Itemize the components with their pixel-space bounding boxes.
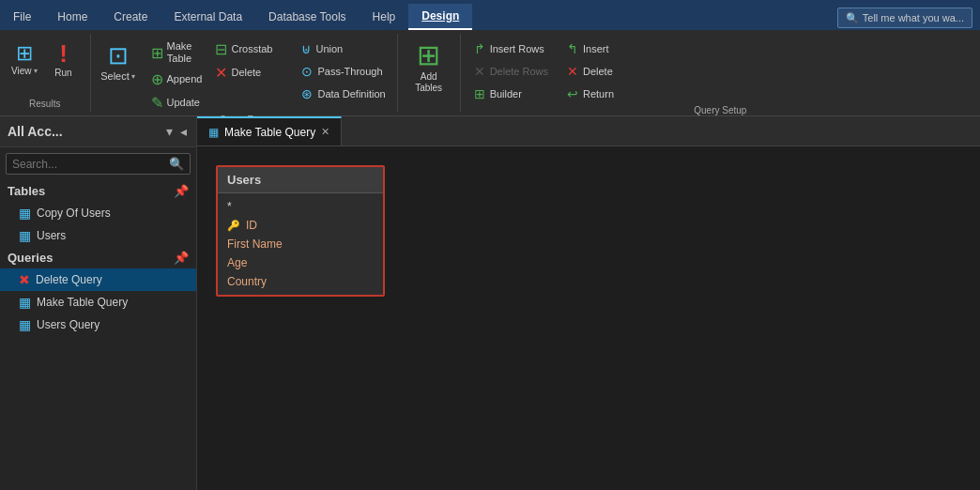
select-button[interactable]: ⊡ Select ▾	[95, 38, 142, 85]
tab-make-table-query[interactable]: ▦ Make Table Query ✕	[197, 116, 342, 145]
menu-create[interactable]: Create	[100, 4, 161, 30]
query-canvas[interactable]: Users * 🔑 ID First Name Age	[197, 146, 980, 490]
menu-help[interactable]: Help	[360, 4, 409, 30]
view-label: View	[11, 66, 32, 76]
main-area: All Acc... ▾ ◂ 🔍 Tables 📌 ▦ Copy Of User…	[0, 116, 980, 490]
menu-home[interactable]: Home	[44, 4, 100, 30]
sidebar-search-icon[interactable]: 🔍	[169, 157, 184, 171]
delete-label: Delete	[231, 67, 261, 79]
add-tables-label: AddTables	[415, 71, 442, 94]
insert-icon: ↰	[567, 41, 578, 56]
tab-bar: ▦ Make Table Query ✕	[197, 116, 980, 146]
add-tables-group-label	[404, 109, 454, 112]
field-age[interactable]: Age	[218, 253, 383, 272]
view-label-row: View ▾	[11, 66, 38, 76]
add-tables-icon: ⊞	[417, 41, 440, 69]
make-table-label: MakeTable	[167, 40, 192, 65]
union-label: Union	[315, 43, 343, 54]
sidebar-search[interactable]: 🔍	[6, 153, 191, 175]
menu-design[interactable]: Design	[408, 4, 472, 30]
sidebar-item-delete-query[interactable]: ✖ Delete Query	[0, 268, 196, 291]
view-arrow-icon: ▾	[34, 67, 38, 75]
return-icon: ↩	[567, 86, 578, 101]
ribbon-toolbar: ⊞ View ▾ ! Run Results ⊡	[0, 30, 980, 116]
make-table-button[interactable]: ⊞ MakeTable	[145, 38, 208, 68]
sidebar-collapse-icon[interactable]: ◂	[178, 122, 189, 141]
add-tables-button[interactable]: ⊞ AddTables	[404, 38, 454, 98]
queries-section-pin-icon[interactable]: 📌	[174, 251, 189, 265]
menu-bar: File Home Create External Data Database …	[0, 0, 980, 30]
pass-through-button[interactable]: ⊙ Pass-Through	[294, 61, 392, 82]
append-label: Append	[167, 73, 203, 85]
menu-external-data[interactable]: External Data	[161, 4, 255, 30]
sidebar-header: All Acc... ▾ ◂	[0, 116, 196, 147]
crosstab-button[interactable]: ⊟ Crosstab	[209, 38, 278, 61]
return-button[interactable]: ↩ Return	[559, 84, 621, 104]
pass-through-label: Pass-Through	[317, 66, 382, 77]
query-type-col1: ⊞ MakeTable ⊕ Append ✎ Update	[145, 38, 208, 115]
delete-col-button[interactable]: ✕ Delete	[559, 61, 621, 82]
update-icon: ✎	[151, 94, 163, 112]
append-button[interactable]: ⊕ Append	[145, 68, 208, 91]
field-country-label: Country	[227, 275, 267, 288]
menu-file[interactable]: File	[0, 4, 44, 30]
table-widget-body: * 🔑 ID First Name Age Country	[218, 193, 383, 295]
sidebar-dropdown-icon[interactable]: ▾	[164, 122, 175, 141]
builder-label: Builder	[490, 88, 522, 100]
tab-close-icon[interactable]: ✕	[321, 126, 329, 138]
sidebar-search-input[interactable]	[12, 158, 169, 171]
results-group-label: Results	[6, 99, 84, 112]
ribbon-group-results: ⊞ View ▾ ! Run Results	[0, 34, 91, 112]
delete-query-icon: ✖	[19, 272, 30, 287]
field-id[interactable]: 🔑 ID	[218, 216, 383, 235]
update-button[interactable]: ✎ Update	[145, 91, 208, 115]
insert-rows-icon: ↱	[474, 41, 485, 56]
delete-button[interactable]: ✕ Delete	[209, 61, 278, 84]
menu-database-tools[interactable]: Database Tools	[255, 4, 360, 30]
field-first-name[interactable]: First Name	[218, 235, 383, 253]
table-widget-header: Users	[218, 167, 383, 193]
make-table-query-icon: ▦	[19, 295, 31, 310]
ribbon-group-query-type: ⊡ Select ▾ ⊞ MakeTable ⊕	[91, 34, 398, 112]
field-key-icon: 🔑	[227, 220, 240, 232]
query-setup-content: ↱ Insert Rows ✕ Delete Rows ⊞ Builder	[467, 34, 974, 105]
sidebar-item-users[interactable]: ▦ Users	[0, 224, 196, 247]
sidebar-item-users-query[interactable]: ▦ Users Query	[0, 314, 196, 336]
sidebar-item-copy-of-users[interactable]: ▦ Copy Of Users	[0, 202, 196, 224]
view-icon: ⊞	[16, 41, 33, 66]
sidebar-title: All Acc...	[8, 124, 164, 139]
union-button[interactable]: ⊎ Union	[294, 38, 392, 59]
append-icon: ⊕	[151, 70, 163, 88]
query-type-col2: ⊟ Crosstab ✕ Delete	[209, 38, 278, 115]
insert-label: Insert	[583, 43, 609, 54]
query-type-buttons: ⊡ Select ▾ ⊞ MakeTable ⊕	[95, 34, 393, 115]
tab-label: Make Table Query	[224, 126, 315, 139]
run-button[interactable]: ! Run	[43, 38, 84, 83]
insert-rows-button[interactable]: ↱ Insert Rows	[467, 38, 556, 59]
field-all[interactable]: *	[218, 197, 383, 216]
builder-button[interactable]: ⊞ Builder	[467, 84, 556, 104]
crosstab-label: Crosstab	[231, 43, 272, 55]
queries-section-title: Queries	[8, 251, 53, 265]
delete-query-label: Delete Query	[36, 273, 189, 286]
insert-button[interactable]: ↰ Insert	[559, 38, 621, 59]
top-search-bar[interactable]: 🔍 Tell me what you wa...	[837, 8, 972, 28]
sidebar-header-icons: ▾ ◂	[164, 122, 189, 141]
view-button[interactable]: ⊞ View ▾	[6, 38, 43, 80]
select-icon: ⊡	[108, 41, 129, 70]
crosstab-icon: ⊟	[215, 40, 227, 58]
delete-icon: ✕	[215, 64, 227, 82]
content-area: ▦ Make Table Query ✕ Users * 🔑 ID	[197, 116, 980, 490]
query-setup-col2: ↰ Insert ✕ Delete ↩ Return	[559, 38, 621, 105]
data-definition-button[interactable]: ⊛ Data Definition	[294, 84, 392, 104]
delete-rows-icon: ✕	[474, 64, 485, 79]
run-label: Run	[54, 68, 71, 79]
copy-of-users-icon: ▦	[19, 206, 31, 221]
tables-section-pin-icon[interactable]: 📌	[174, 184, 189, 198]
field-country[interactable]: Country	[218, 272, 383, 291]
delete-col-icon: ✕	[567, 64, 578, 79]
data-definition-icon: ⊛	[301, 86, 313, 101]
delete-rows-button[interactable]: ✕ Delete Rows	[467, 61, 556, 82]
sidebar-item-make-table-query[interactable]: ▦ Make Table Query	[0, 291, 196, 314]
sidebar: All Acc... ▾ ◂ 🔍 Tables 📌 ▦ Copy Of User…	[0, 116, 197, 490]
